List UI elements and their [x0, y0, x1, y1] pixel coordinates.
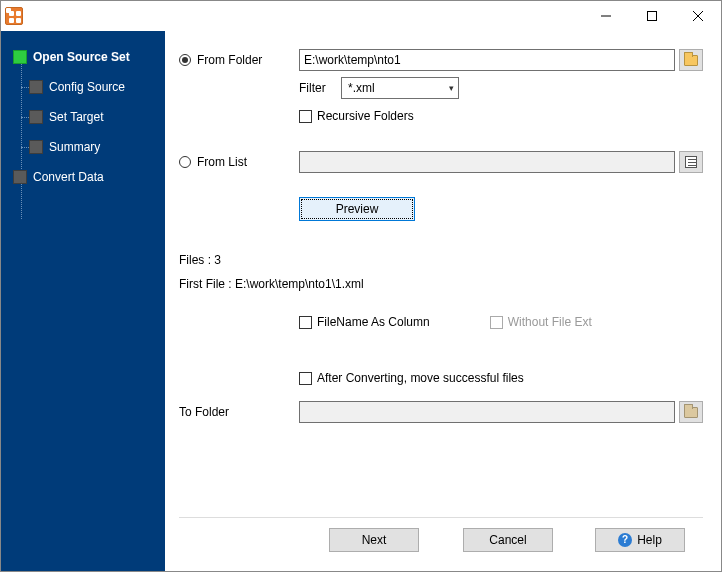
window-controls [583, 1, 721, 31]
preview-button-label: Preview [336, 202, 379, 216]
app-icon [5, 7, 23, 25]
filter-value: *.xml [348, 81, 375, 95]
after-converting-checkbox[interactable] [299, 372, 312, 385]
from-folder-radio[interactable] [179, 54, 191, 66]
sidebar-item-label: Config Source [49, 80, 125, 94]
to-folder-input [299, 401, 675, 423]
sidebar-item-open-source-set[interactable]: Open Source Set [1, 45, 165, 69]
step-status-icon [29, 140, 43, 154]
app-window: Open Source Set Config Source Set Target… [0, 0, 722, 572]
chevron-down-icon: ▾ [449, 83, 454, 93]
step-status-icon [13, 50, 27, 64]
sidebar-item-set-target[interactable]: Set Target [1, 105, 165, 129]
help-button[interactable]: ? Help [595, 528, 685, 552]
main-panel: From Folder Filter *.xml ▾ Recursive Fol… [165, 31, 721, 571]
after-converting-label: After Converting, move successful files [317, 371, 524, 385]
maximize-button[interactable] [629, 1, 675, 31]
filter-combo[interactable]: *.xml ▾ [341, 77, 459, 99]
next-button[interactable]: Next [329, 528, 419, 552]
without-file-ext-checkbox [490, 316, 503, 329]
sidebar-item-label: Open Source Set [33, 50, 130, 64]
from-list-radio[interactable] [179, 156, 191, 168]
minimize-button[interactable] [583, 1, 629, 31]
filename-as-column-checkbox[interactable] [299, 316, 312, 329]
browse-folder-button[interactable] [679, 49, 703, 71]
filter-label: Filter [299, 81, 341, 95]
without-file-ext-label: Without File Ext [508, 315, 592, 329]
browse-to-folder-button[interactable] [679, 401, 703, 423]
help-button-label: Help [637, 533, 662, 547]
sidebar-item-summary[interactable]: Summary [1, 135, 165, 159]
sidebar-item-label: Summary [49, 140, 100, 154]
step-status-icon [29, 110, 43, 124]
folder-icon [684, 407, 698, 418]
sidebar-item-convert-data[interactable]: Convert Data [1, 165, 165, 189]
filename-as-column-label: FileName As Column [317, 315, 430, 329]
help-icon: ? [618, 533, 632, 547]
from-list-label: From List [197, 155, 247, 169]
from-folder-label: From Folder [197, 53, 262, 67]
browse-list-button[interactable] [679, 151, 703, 173]
preview-button[interactable]: Preview [299, 197, 415, 221]
to-folder-label: To Folder [179, 405, 229, 419]
next-button-label: Next [362, 533, 387, 547]
svg-rect-1 [648, 12, 657, 21]
from-list-input [299, 151, 675, 173]
sidebar-item-config-source[interactable]: Config Source [1, 75, 165, 99]
sidebar-item-label: Convert Data [33, 170, 104, 184]
list-icon [685, 156, 697, 168]
wizard-sidebar: Open Source Set Config Source Set Target… [1, 31, 165, 571]
files-count-label: Files : 3 [179, 253, 703, 267]
step-status-icon [29, 80, 43, 94]
step-status-icon [13, 170, 27, 184]
cancel-button-label: Cancel [489, 533, 526, 547]
wizard-footer: Next Cancel ? Help [179, 517, 703, 561]
sidebar-item-label: Set Target [49, 110, 103, 124]
recursive-label: Recursive Folders [317, 109, 414, 123]
cancel-button[interactable]: Cancel [463, 528, 553, 552]
first-file-label: First File : E:\work\temp\nto1\1.xml [179, 277, 703, 291]
from-folder-input[interactable] [299, 49, 675, 71]
folder-icon [684, 55, 698, 66]
close-button[interactable] [675, 1, 721, 31]
recursive-checkbox[interactable] [299, 110, 312, 123]
titlebar [1, 1, 721, 31]
